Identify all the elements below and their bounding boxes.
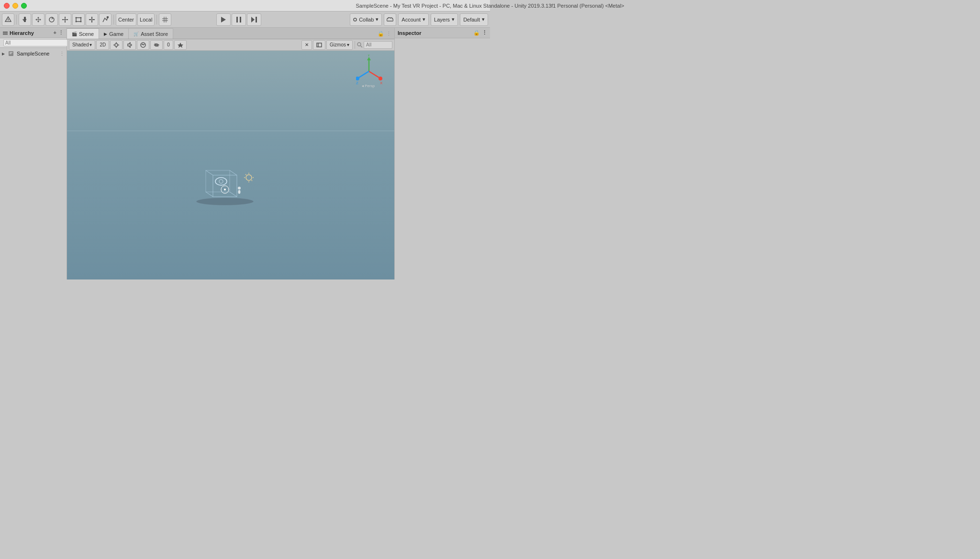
svg-point-46: [357, 43, 361, 46]
center-area: 🎬 Scene ▶ Game 🛒 Asset Store 🔒 ⋮ Shaded …: [67, 28, 394, 280]
scale-tool[interactable]: [59, 13, 71, 26]
scene-tab-lock-icon[interactable]: 🔒: [378, 31, 384, 37]
svg-rect-28: [3, 33, 8, 34]
svg-rect-8: [65, 17, 66, 18]
aspect-ratio-btn[interactable]: [313, 40, 325, 50]
hidden-objects-btn[interactable]: [150, 40, 163, 50]
hierarchy-header: Hierarchy + ⋮: [0, 28, 67, 38]
svg-rect-29: [3, 34, 8, 35]
hierarchy-add-icon[interactable]: +: [54, 30, 56, 36]
hidden-icon: [154, 42, 159, 48]
effects-toggle[interactable]: [137, 40, 149, 50]
svg-point-61: [246, 175, 252, 180]
scene-fx-btn[interactable]: [174, 40, 187, 50]
svg-line-51: [206, 170, 213, 175]
transform-tool[interactable]: [86, 13, 98, 26]
scene-root-item[interactable]: ▶ SampleScene ⋮: [0, 49, 67, 58]
close-scene-btn[interactable]: ✕: [301, 40, 312, 50]
sun-icon: [113, 42, 119, 48]
svg-point-14: [80, 17, 82, 18]
layout-btn[interactable]: Default ▾: [460, 13, 488, 26]
hierarchy-search-input[interactable]: [3, 39, 68, 46]
scene-objects: [191, 163, 258, 206]
svg-point-26: [354, 18, 356, 21]
cloud-btn[interactable]: [384, 13, 396, 26]
svg-rect-12: [76, 18, 81, 22]
svg-marker-69: [367, 57, 371, 60]
svg-point-58: [224, 189, 226, 190]
custom-tool[interactable]: [99, 13, 111, 26]
scene-search-icon: [357, 42, 363, 48]
svg-point-15: [76, 21, 77, 22]
hand-tool[interactable]: [19, 13, 31, 26]
svg-line-71: [369, 71, 379, 78]
account-btn[interactable]: Account ▾: [398, 13, 429, 26]
hierarchy-content: ▶ SampleScene ⋮: [0, 48, 67, 280]
rotate-tool[interactable]: [45, 13, 58, 26]
sep3: [156, 15, 157, 24]
maximize-button[interactable]: [21, 3, 27, 9]
svg-rect-23: [240, 17, 241, 22]
inspector-lock-icon[interactable]: 🔒: [473, 30, 480, 36]
svg-line-47: [361, 45, 363, 47]
scene-name: SampleScene: [17, 51, 50, 56]
expand-arrow: ▶: [2, 52, 7, 56]
svg-line-53: [206, 192, 213, 197]
sep2: [113, 15, 114, 24]
scene-tab-more-icon[interactable]: ⋮: [386, 31, 391, 37]
effects-icon: [140, 42, 146, 48]
main-toolbar: Center Local Co: [0, 11, 490, 28]
lighting-toggle[interactable]: [110, 40, 122, 50]
minimize-button[interactable]: [12, 3, 18, 9]
scene-viewport[interactable]: Y X Z ◂ Persp: [67, 51, 394, 280]
tab-asset-store[interactable]: 🛒 Asset Store: [129, 28, 173, 39]
pivot-local-btn[interactable]: Local: [137, 13, 155, 26]
collab-btn[interactable]: Collab ▾: [350, 13, 382, 26]
scene-file-icon: [8, 51, 14, 56]
svg-rect-9: [65, 22, 66, 22]
step-button[interactable]: [247, 13, 261, 26]
audio-toggle[interactable]: [123, 40, 136, 50]
move-tool[interactable]: [32, 13, 45, 26]
hidden-count-btn[interactable]: 0: [164, 40, 173, 50]
layers-btn[interactable]: Layers ▾: [431, 13, 458, 26]
audio-icon: [127, 42, 133, 48]
svg-text:Z: Z: [356, 81, 358, 85]
tab-game[interactable]: ▶ Game: [99, 28, 129, 39]
rect-tool[interactable]: [72, 13, 85, 26]
svg-rect-34: [10, 54, 11, 55]
grid-snap-btn[interactable]: [159, 13, 171, 26]
2d-toggle-btn[interactable]: 2D: [96, 40, 109, 50]
scene-object-svg: [191, 163, 258, 206]
hierarchy-more-icon[interactable]: ⋮: [58, 30, 64, 36]
pivot-center-btn[interactable]: Center: [116, 13, 136, 26]
inspector-panel: Inspector 🔒 ⋮: [394, 28, 490, 280]
scene-tab-icon: 🎬: [72, 32, 77, 36]
svg-marker-43: [178, 43, 183, 48]
pause-button[interactable]: [232, 13, 246, 26]
svg-point-72: [379, 77, 382, 80]
svg-line-54: [230, 192, 237, 197]
svg-point-59: [238, 187, 241, 190]
hierarchy-title: Hierarchy: [10, 30, 34, 36]
svg-rect-49: [206, 170, 230, 192]
scene-search-input[interactable]: [364, 41, 392, 49]
svg-line-67: [251, 180, 252, 181]
play-button[interactable]: [216, 13, 231, 26]
inspector-more-icon[interactable]: ⋮: [482, 30, 487, 36]
gizmos-btn[interactable]: Gizmos ▾: [326, 40, 353, 50]
svg-rect-25: [256, 17, 257, 22]
svg-rect-27: [3, 32, 8, 33]
inspector-header: Inspector 🔒 ⋮: [395, 28, 490, 38]
svg-marker-24: [251, 17, 255, 22]
shading-mode-btn[interactable]: Shaded ▾: [69, 40, 95, 50]
aspect-icon: [316, 43, 322, 47]
unity-menu-icon[interactable]: [2, 13, 14, 26]
tab-scene[interactable]: 🎬 Scene: [67, 28, 99, 39]
scene-gizmo[interactable]: Y X Z ◂ Persp: [356, 55, 382, 89]
horizon-line: [67, 131, 394, 131]
svg-point-2: [49, 17, 54, 22]
close-button[interactable]: [4, 3, 10, 9]
scene-more-icon[interactable]: ⋮: [59, 51, 65, 57]
game-tab-icon: ▶: [104, 32, 107, 36]
